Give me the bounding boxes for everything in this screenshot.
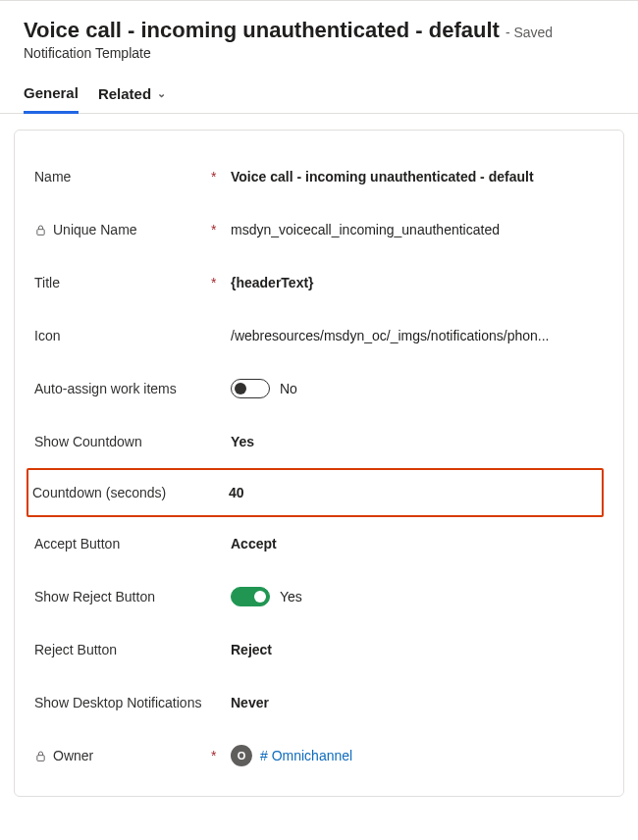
form-card: Name * Voice call - incoming unauthentic… (14, 130, 624, 797)
field-accept-button: Accept Button Accept (34, 517, 604, 570)
field-show-desktop: Show Desktop Notifications Never (34, 676, 604, 729)
owner-link[interactable]: # Omnichannel (260, 748, 352, 763)
field-icon: Icon /webresources/msdyn_oc/_imgs/notifi… (34, 309, 604, 362)
value-countdown-seconds[interactable]: 40 (229, 485, 598, 500)
tab-related-label: Related (98, 85, 151, 102)
value-reject-button[interactable]: Reject (231, 642, 604, 657)
toggle-auto-assign[interactable] (231, 379, 270, 398)
field-auto-assign: Auto-assign work items No (34, 362, 604, 415)
required-indicator: * (211, 748, 231, 763)
owner-chip[interactable]: O # Omnichannel (231, 745, 352, 766)
label-name: Name (34, 169, 71, 184)
value-title[interactable]: {headerText} (231, 275, 604, 290)
lock-icon (34, 224, 47, 236)
tab-general[interactable]: General (24, 79, 79, 114)
value-show-countdown[interactable]: Yes (231, 434, 604, 449)
countdown-highlight: Countdown (seconds) 40 (27, 468, 604, 517)
svg-rect-0 (37, 229, 44, 235)
save-status: - Saved (505, 25, 553, 40)
label-icon: Icon (34, 328, 60, 343)
label-auto-assign: Auto-assign work items (34, 381, 177, 396)
value-show-reject: Yes (231, 587, 604, 606)
svg-rect-1 (37, 755, 44, 761)
field-show-countdown: Show Countdown Yes (34, 415, 604, 468)
form-tabs: General Related ⌄ (0, 69, 638, 114)
field-name: Name * Voice call - incoming unauthentic… (34, 150, 604, 203)
label-countdown-seconds: Countdown (seconds) (32, 485, 166, 500)
label-reject-button: Reject Button (34, 642, 117, 657)
chevron-down-icon: ⌄ (157, 87, 166, 100)
value-unique-name: msdyn_voicecall_incoming_unauthenticated (231, 222, 604, 237)
tab-general-label: General (24, 84, 79, 101)
field-owner: Owner * O # Omnichannel (34, 729, 604, 782)
value-show-desktop[interactable]: Never (231, 695, 604, 710)
label-title: Title (34, 275, 60, 290)
value-accept-button[interactable]: Accept (231, 536, 604, 551)
tab-related[interactable]: Related ⌄ (98, 79, 166, 113)
required-indicator: * (211, 275, 231, 290)
label-show-desktop: Show Desktop Notifications (34, 695, 201, 710)
record-header: Voice call - incoming unauthenticated - … (0, 4, 638, 69)
lock-icon (34, 750, 47, 762)
label-show-countdown: Show Countdown (34, 434, 142, 449)
entity-name: Notification Template (24, 45, 614, 61)
label-owner: Owner (53, 748, 93, 763)
toggle-auto-assign-label: No (280, 381, 297, 396)
required-indicator: * (211, 169, 231, 184)
field-title: Title * {headerText} (34, 256, 604, 309)
value-name[interactable]: Voice call - incoming unauthenticated - … (231, 169, 604, 184)
field-unique-name: Unique Name * msdyn_voicecall_incoming_u… (34, 203, 604, 256)
label-accept-button: Accept Button (34, 536, 120, 551)
value-owner: O # Omnichannel (231, 745, 604, 766)
value-auto-assign: No (231, 379, 604, 398)
page-title: Voice call - incoming unauthenticated - … (24, 18, 500, 43)
field-show-reject: Show Reject Button Yes (34, 570, 604, 623)
field-reject-button: Reject Button Reject (34, 623, 604, 676)
toggle-show-reject[interactable] (231, 587, 270, 606)
label-show-reject: Show Reject Button (34, 589, 155, 604)
value-icon[interactable]: /webresources/msdyn_oc/_imgs/notificatio… (231, 328, 604, 343)
required-indicator: * (211, 222, 231, 237)
toggle-show-reject-label: Yes (280, 589, 302, 604)
avatar: O (231, 745, 252, 766)
label-unique-name: Unique Name (53, 222, 137, 237)
field-countdown-seconds: Countdown (seconds) 40 (32, 476, 598, 509)
